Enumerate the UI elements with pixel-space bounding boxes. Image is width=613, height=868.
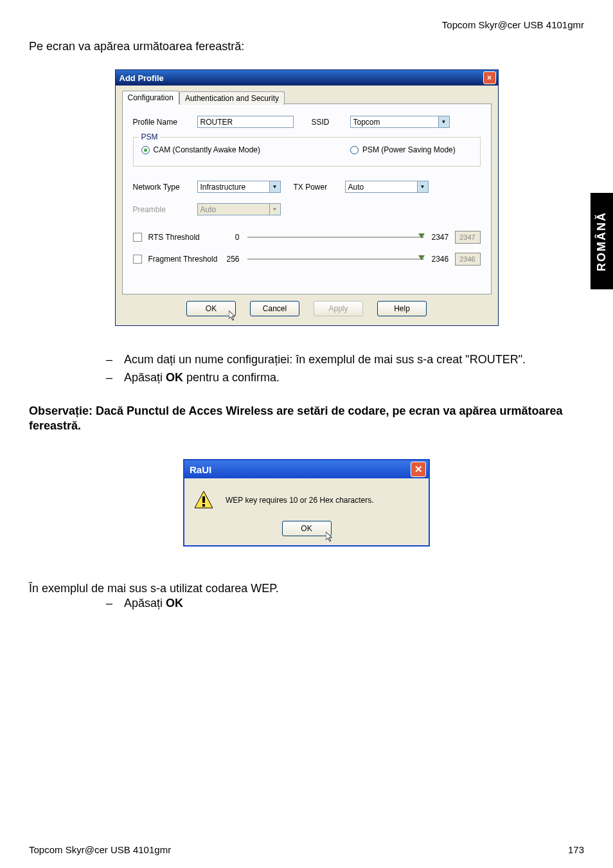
rts-label: RTS Threshold [148, 233, 224, 242]
page-number: 173 [568, 844, 584, 855]
add-profile-dialog: Add Profile × Configuration Authenticati… [115, 69, 499, 326]
ssid-label: SSID [312, 118, 350, 127]
chevron-down-icon[interactable]: ▼ [438, 116, 449, 127]
svg-rect-0 [202, 496, 205, 503]
footer-sentence: În exemplul de mai sus s-a utilizat coda… [29, 582, 584, 595]
profile-name-label: Profile Name [133, 118, 197, 127]
close-icon[interactable]: × [483, 71, 496, 84]
frag-min: 256 [227, 255, 240, 264]
bullet-dash: – [106, 352, 124, 367]
rts-slider[interactable] [247, 237, 424, 238]
intro-text: Pe ecran va apărea următoarea fereastră: [29, 40, 584, 53]
preamble-label: Preamble [133, 205, 197, 214]
profile-name-field[interactable]: ROUTER [197, 116, 294, 128]
rts-max: 2347 [432, 233, 452, 242]
frag-label: Fragment Threshold [148, 255, 224, 264]
chevron-down-icon[interactable]: ▼ [417, 181, 428, 192]
alert-ok-button[interactable]: OK [282, 521, 332, 536]
tx-power-combo[interactable]: Auto ▼ [345, 181, 429, 193]
bullet-dash: – [106, 597, 124, 610]
help-button[interactable]: Help [377, 301, 427, 316]
radio-cam[interactable]: CAM (Constantly Awake Mode) [141, 145, 261, 154]
warning-icon [193, 490, 214, 511]
list-item: Apăsați OK pentru a confirma. [124, 370, 280, 385]
footer-left: Topcom Skyr@cer USB 4101gmr [29, 844, 171, 855]
rts-min: 0 [227, 233, 240, 242]
slider-thumb-icon[interactable] [418, 233, 425, 239]
rts-value: 2347 [455, 231, 481, 244]
slider-thumb-icon[interactable] [418, 255, 425, 260]
radio-psm[interactable]: PSM (Power Saving Mode) [350, 145, 456, 154]
close-icon[interactable]: ✕ [411, 462, 426, 477]
bullet-dash: – [106, 370, 124, 385]
alert-dialog: RaUI ✕ WEP key requires 10 or 26 Hex cha… [183, 459, 430, 547]
psm-group-title: PSM [139, 132, 161, 141]
cursor-icon [326, 532, 335, 543]
preamble-combo: Auto ▼ [197, 203, 281, 215]
tab-configuration[interactable]: Configuration [122, 91, 179, 104]
header-product: Topcom Skyr@cer USB 4101gmr [29, 19, 584, 30]
radio-psm-label: PSM (Power Saving Mode) [362, 145, 456, 154]
rts-checkbox[interactable] [133, 233, 142, 242]
dialog-titlebar[interactable]: Add Profile × [116, 70, 498, 86]
chevron-down-icon: ▼ [269, 204, 280, 215]
cancel-button[interactable]: Cancel [250, 301, 299, 316]
network-type-combo[interactable]: Infrastructure ▼ [197, 181, 281, 193]
cursor-icon [229, 311, 238, 322]
tx-power-label: TX Power [294, 183, 345, 192]
frag-value: 2346 [455, 253, 481, 266]
dialog-title: Add Profile [120, 73, 164, 83]
alert-titlebar[interactable]: RaUI ✕ [184, 460, 429, 478]
apply-button: Apply [314, 301, 363, 316]
alert-message: WEP key requires 10 or 26 Hex characters… [226, 496, 374, 505]
language-label: ROMÂNĂ [595, 212, 609, 271]
frag-slider[interactable] [247, 258, 424, 260]
radio-cam-label: CAM (Constantly Awake Mode) [154, 145, 261, 154]
ok-button[interactable]: OK [186, 301, 236, 316]
network-type-label: Network Type [133, 183, 197, 192]
list-item: Acum dați un nume configurației: în exem… [124, 352, 526, 367]
list-item: Apăsați OK [124, 597, 183, 610]
note-text: Observație: Dacă Punctul de Acces Wirele… [29, 404, 584, 434]
frag-max: 2346 [432, 255, 452, 264]
svg-rect-1 [202, 504, 205, 507]
frag-checkbox[interactable] [133, 255, 142, 264]
chevron-down-icon[interactable]: ▼ [269, 181, 280, 192]
tab-auth-security[interactable]: Authentication and Security [179, 91, 285, 105]
ssid-combo[interactable]: Topcom ▼ [350, 116, 450, 128]
alert-title: RaUI [190, 464, 211, 475]
language-side-tab: ROMÂNĂ [591, 193, 613, 289]
